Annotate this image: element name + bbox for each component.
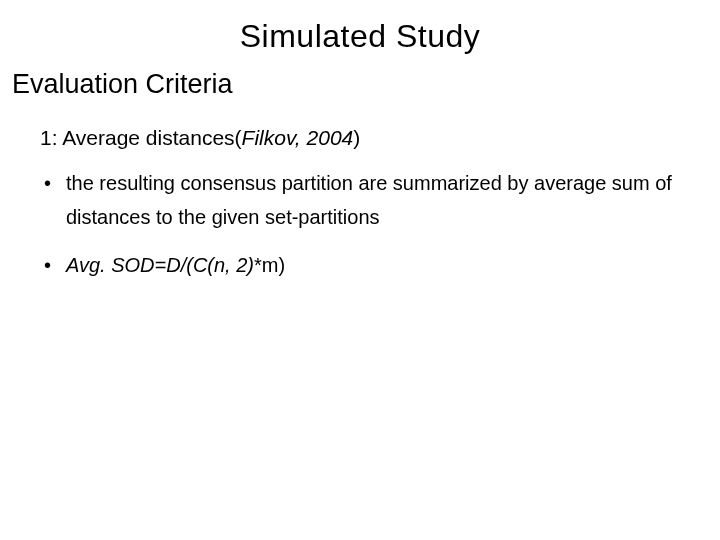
bullet-item: the resulting consensus partition are su…	[40, 166, 710, 234]
heading-citation: Filkov, 2004	[242, 126, 354, 149]
slide-title: Simulated Study	[10, 18, 710, 55]
bullet-text: the resulting consensus partition are su…	[66, 172, 672, 228]
heading-suffix: )	[353, 126, 360, 149]
slide-content: Simulated Study Evaluation Criteria 1: A…	[0, 0, 720, 306]
slide-subtitle: Evaluation Criteria	[10, 69, 710, 100]
section-heading: 1: Average distances(Filkov, 2004)	[10, 126, 710, 150]
bullet-list: the resulting consensus partition are su…	[10, 166, 710, 282]
bullet-formula-italic: Avg. SOD=D/(C(n, 2)	[66, 254, 254, 276]
heading-prefix: 1: Average distances(	[40, 126, 242, 149]
bullet-formula-rest: *m)	[254, 254, 285, 276]
bullet-item: Avg. SOD=D/(C(n, 2)*m)	[40, 248, 710, 282]
